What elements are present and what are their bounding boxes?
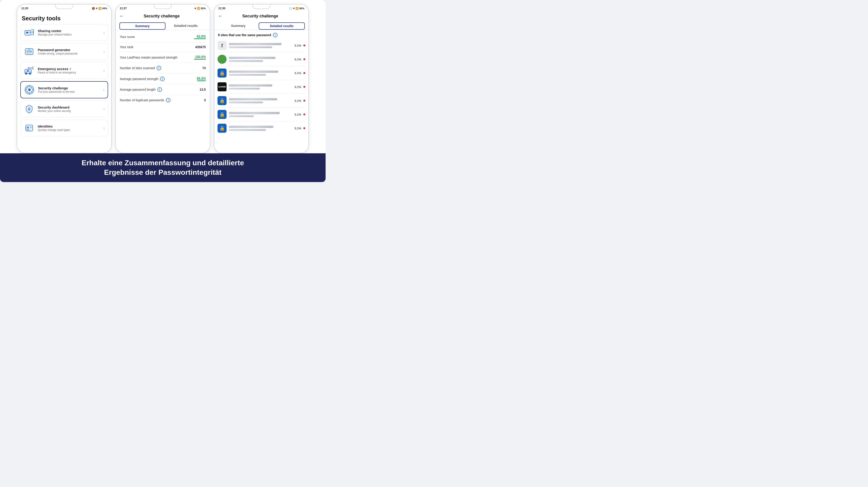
dr-info-2	[229, 57, 291, 62]
svg-point-7	[30, 51, 31, 52]
avg-length-info-icon[interactable]: i	[157, 87, 162, 92]
rank-value: 435675	[195, 45, 206, 49]
dr-info-7	[229, 126, 291, 131]
phones-area: 11:20 🔕 ✶ 📶 69% Security tools	[0, 0, 326, 153]
dr-item-7[interactable]: 🔒 3.1%	[218, 121, 305, 135]
dr-list: t 3.1% 🌿	[214, 39, 308, 135]
dr-info-1	[229, 43, 291, 48]
summary-row-sites: Number of sites scanned i 73	[120, 63, 206, 73]
password-gen-label: Password generator	[38, 48, 99, 52]
menu-item-identities[interactable]: Identities Quickly change vault types ›	[20, 120, 108, 136]
avg-length-value: 13.5	[200, 88, 206, 91]
status-icons-3: 🕑 ✶ 📶 86%	[289, 7, 304, 10]
password-gen-icon	[24, 46, 35, 57]
dr-logo-6: 🔒	[218, 110, 226, 119]
clock3-icon: 🕑	[289, 7, 292, 10]
svg-text:♦: ♦	[28, 67, 29, 69]
dr-blur-1a	[229, 43, 281, 45]
tab-summary-2[interactable]: Summary	[119, 22, 165, 30]
svg-rect-12	[27, 70, 29, 71]
sharing-chevron: ›	[103, 30, 105, 35]
menu-item-emergency[interactable]: ♦ Emergency access ♦ Peace of mind in an…	[20, 62, 108, 79]
tab-detailed-2[interactable]: Detailed results	[165, 22, 206, 30]
security-dashboard-desc: Monitor your online security	[38, 110, 99, 113]
menu-item-security-challenge[interactable]: Security challenge Put your passwords to…	[20, 81, 108, 98]
phone3-content: ← Security challenge Summary Detailed re…	[214, 11, 308, 153]
password-gen-text: Password generator Create strong, unique…	[38, 48, 99, 55]
summary-row-score: Your score 62.0%	[120, 31, 206, 42]
duplicates-info-icon[interactable]: i	[166, 98, 170, 102]
dr-item-6[interactable]: 🔒 3.1%	[218, 108, 305, 121]
dr-blur-3b	[229, 74, 266, 76]
banner-line2: Ergebnisse der Passwortintegrität	[104, 168, 221, 176]
emergency-label: Emergency access ♦	[38, 67, 99, 71]
back-button-2[interactable]: ←	[119, 13, 124, 19]
summary-row-avg-length: Average password length i 13.5	[120, 84, 206, 95]
identities-desc: Quickly change vault types	[38, 128, 99, 131]
dr-item-5[interactable]: 🔒 3.1%	[218, 94, 305, 108]
dr-blur-4b	[229, 88, 260, 90]
dr-item-2[interactable]: 🌿 3.1%	[218, 53, 305, 66]
signal-icon: 📶	[98, 7, 101, 10]
score-label: Your score	[120, 35, 194, 39]
dr-item-4[interactable]: GARMIN 3.1%	[218, 80, 305, 94]
svg-point-5	[27, 51, 28, 52]
sharing-label: Sharing center	[38, 29, 99, 33]
dr-dot-5	[303, 100, 305, 101]
menu-item-sharing[interactable]: Sharing center Manage your shared folder…	[20, 24, 108, 41]
dr-blur-5a	[229, 98, 277, 100]
dr-item-3[interactable]: 🔒 3.1%	[218, 66, 305, 80]
banner: Erhalte eine Zusammenfassung und detaill…	[0, 153, 326, 182]
battery3-icon: 86%	[299, 7, 304, 10]
dr-info-3	[229, 70, 291, 76]
summary-row-rank: Your rank 435675	[120, 42, 206, 52]
phone-3: 21:50 🕑 ✶ 📶 86% ← Security challenge Sum…	[214, 4, 309, 153]
tab-summary-3[interactable]: Summary	[218, 22, 259, 30]
dr-logo-2: 🌿	[218, 55, 226, 64]
status-icons-1: 🔕 ✶ 📶 69%	[92, 7, 107, 10]
main-container: 11:20 🔕 ✶ 📶 69% Security tools	[0, 0, 326, 182]
banner-text: Erhalte eine Zusammenfassung und detaill…	[9, 158, 316, 177]
score-bar	[194, 38, 206, 39]
back-button-3[interactable]: ←	[218, 13, 223, 19]
sc-header-3: ← Security challenge	[214, 11, 308, 20]
dr-pct-5: 3.1%	[293, 99, 301, 102]
sc-title-2: Security challenge	[127, 14, 197, 19]
security-challenge-icon	[24, 84, 35, 95]
phone-2: 21:57 ✶ 📶 85% ← Security challenge Summa…	[115, 4, 210, 153]
tab-detailed-3[interactable]: Detailed results	[259, 22, 305, 30]
avg-strength-info-icon[interactable]: i	[160, 77, 164, 81]
svg-point-17	[28, 88, 31, 91]
security-dashboard-chevron: ›	[103, 107, 105, 112]
password-gen-desc: Create strong, unique passwords	[38, 52, 99, 55]
menu-item-security-dashboard[interactable]: Security dashboard Monitor your online s…	[20, 101, 108, 117]
sites-info-icon[interactable]: i	[157, 66, 161, 70]
dr-section-info-icon[interactable]: i	[273, 33, 277, 37]
security-challenge-chevron: ›	[103, 88, 104, 92]
sharing-desc: Manage your shared folders	[38, 33, 99, 36]
rank-label: Your rank	[120, 45, 195, 49]
security-dashboard-label: Security dashboard	[38, 105, 99, 109]
avg-strength-wrap: 66.3%	[197, 77, 206, 81]
dr-item-1[interactable]: t 3.1%	[218, 39, 305, 53]
svg-rect-1	[26, 32, 29, 33]
phone-notch-3	[252, 4, 271, 9]
status-time-3: 21:50	[218, 7, 225, 10]
security-challenge-desc: Put your passwords to the test	[38, 90, 99, 93]
svg-rect-23	[30, 128, 31, 128]
avg-strength-label: Average password strength i	[120, 77, 197, 81]
status-time-1: 11:20	[21, 7, 28, 10]
master-label: Your LastPass master password strength	[120, 56, 194, 59]
security-challenge-text: Security challenge Put your passwords to…	[38, 86, 99, 93]
sites-label: Number of sites scanned i	[120, 66, 202, 70]
dr-info-4	[229, 84, 291, 90]
dr-blur-6a	[229, 112, 280, 114]
summary-row-master: Your LastPass master password strength 1…	[120, 52, 206, 63]
dr-blur-2a	[229, 57, 275, 59]
sharing-text: Sharing center Manage your shared folder…	[38, 29, 99, 36]
emergency-chevron: ›	[103, 68, 105, 73]
score-value: 62.0%	[197, 34, 206, 38]
svg-rect-22	[30, 127, 32, 127]
menu-item-password-gen[interactable]: Password generator Create strong, unique…	[20, 43, 108, 60]
dr-dot-7	[303, 127, 305, 129]
